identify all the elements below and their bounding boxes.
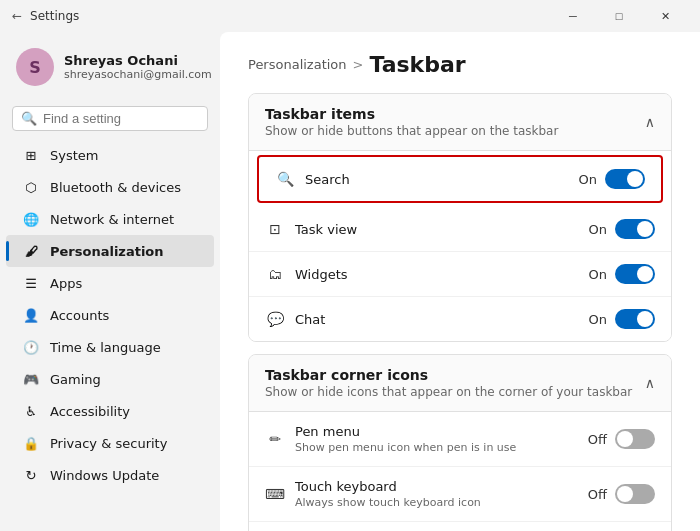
nav-icon-system: ⊞: [22, 146, 40, 164]
taskbar-items-header: Taskbar items Show or hide buttons that …: [249, 94, 671, 151]
taskbar-corner-icons-section: Taskbar corner icons Show or hide icons …: [248, 354, 672, 531]
nav-icon-personalization: 🖌: [22, 242, 40, 260]
taskbar-item-widgets: 🗂 Widgets On: [249, 252, 671, 297]
breadcrumb-parent[interactable]: Personalization: [248, 57, 347, 72]
setting-right-taskview: On: [589, 219, 655, 239]
taskbar-corner-collapse-icon[interactable]: ∧: [645, 375, 655, 391]
nav-icon-time: 🕐: [22, 338, 40, 356]
sidebar-item-apps[interactable]: ☰ Apps: [6, 267, 214, 299]
toggle-chat[interactable]: [615, 309, 655, 329]
sidebar-item-time[interactable]: 🕐 Time & language: [6, 331, 214, 363]
corner-icon-touch: ⌨: [265, 484, 285, 504]
taskbar-item-search: 🔍 Search On: [257, 155, 663, 203]
nav-label-personalization: Personalization: [50, 244, 164, 259]
corner-text-touch: Touch keyboard Always show touch keyboar…: [295, 479, 481, 509]
taskbar-item-taskview: ⊡ Task view On: [249, 207, 671, 252]
taskbar-items-collapse-icon[interactable]: ∧: [645, 114, 655, 130]
taskbar-corner-header-info: Taskbar corner icons Show or hide icons …: [265, 367, 632, 399]
sidebar-item-bluetooth[interactable]: ⬡ Bluetooth & devices: [6, 171, 214, 203]
search-box[interactable]: 🔍: [12, 106, 208, 131]
corner-desc-touch: Always show touch keyboard icon: [295, 496, 481, 509]
setting-right-widgets: On: [589, 264, 655, 284]
content-area: Personalization > Taskbar Taskbar items …: [220, 32, 700, 531]
taskbar-corner-desc: Show or hide icons that appear on the co…: [265, 385, 632, 399]
corner-item-virtual: 🖥 Virtual touchpad Always show virtual t…: [249, 522, 671, 531]
taskbar-items-title: Taskbar items: [265, 106, 558, 122]
sidebar-item-privacy[interactable]: 🔒 Privacy & security: [6, 427, 214, 459]
nav-icon-update: ↻: [22, 466, 40, 484]
sidebar-item-accounts[interactable]: 👤 Accounts: [6, 299, 214, 331]
corner-toggle-knob-touch: [617, 486, 633, 502]
taskbar-items-section: Taskbar items Show or hide buttons that …: [248, 93, 672, 342]
setting-label-search: Search: [305, 172, 350, 187]
sidebar-item-accessibility[interactable]: ♿ Accessibility: [6, 395, 214, 427]
taskbar-corner-title: Taskbar corner icons: [265, 367, 632, 383]
nav-label-network: Network & internet: [50, 212, 174, 227]
sidebar-item-system[interactable]: ⊞ System: [6, 139, 214, 171]
corner-item-pen: ✏ Pen menu Show pen menu icon when pen i…: [249, 412, 671, 467]
nav-label-bluetooth: Bluetooth & devices: [50, 180, 181, 195]
breadcrumb-current: Taskbar: [369, 52, 465, 77]
nav-icon-accounts: 👤: [22, 306, 40, 324]
user-email: shreyasochani@gmail.com: [64, 68, 212, 81]
sidebar-item-personalization[interactable]: 🖌 Personalization: [6, 235, 214, 267]
search-icon: 🔍: [21, 111, 37, 126]
corner-status-pen: Off: [588, 432, 607, 447]
corner-right-touch: Off: [588, 484, 655, 504]
back-icon[interactable]: ←: [12, 9, 22, 23]
setting-icon-widgets: 🗂: [265, 264, 285, 284]
toggle-widgets[interactable]: [615, 264, 655, 284]
maximize-button[interactable]: □: [596, 0, 642, 32]
nav-icon-privacy: 🔒: [22, 434, 40, 452]
nav-label-system: System: [50, 148, 98, 163]
setting-text-search: Search: [305, 172, 350, 187]
taskbar-item-chat: 💬 Chat On: [249, 297, 671, 341]
title-bar-controls: ─ □ ✕: [550, 0, 688, 32]
toggle-taskview[interactable]: [615, 219, 655, 239]
setting-label-widgets: Widgets: [295, 267, 348, 282]
setting-status-widgets: On: [589, 267, 607, 282]
nav-label-update: Windows Update: [50, 468, 159, 483]
nav-list: ⊞ System ⬡ Bluetooth & devices 🌐 Network…: [0, 139, 220, 491]
avatar: S: [16, 48, 54, 86]
corner-label-pen: Pen menu: [295, 424, 516, 439]
setting-right-search: On: [579, 169, 645, 189]
nav-icon-accessibility: ♿: [22, 402, 40, 420]
setting-left-chat: 💬 Chat: [265, 309, 325, 329]
taskbar-items-list: 🔍 Search On ⊡ Task view On 🗂: [249, 155, 671, 341]
nav-label-time: Time & language: [50, 340, 161, 355]
sidebar-item-gaming[interactable]: 🎮 Gaming: [6, 363, 214, 395]
corner-left-pen: ✏ Pen menu Show pen menu icon when pen i…: [265, 424, 516, 454]
corner-icon-pen: ✏: [265, 429, 285, 449]
toggle-knob-widgets: [637, 266, 653, 282]
close-button[interactable]: ✕: [642, 0, 688, 32]
search-input[interactable]: [43, 111, 211, 126]
corner-right-pen: Off: [588, 429, 655, 449]
setting-icon-chat: 💬: [265, 309, 285, 329]
taskbar-items-header-info: Taskbar items Show or hide buttons that …: [265, 106, 558, 138]
breadcrumb: Personalization > Taskbar: [248, 52, 672, 77]
corner-toggle-touch[interactable]: [615, 484, 655, 504]
setting-label-taskview: Task view: [295, 222, 357, 237]
corner-toggle-pen[interactable]: [615, 429, 655, 449]
setting-right-chat: On: [589, 309, 655, 329]
toggle-search[interactable]: [605, 169, 645, 189]
setting-text-widgets: Widgets: [295, 267, 348, 282]
corner-desc-pen: Show pen menu icon when pen is in use: [295, 441, 516, 454]
sidebar-item-network[interactable]: 🌐 Network & internet: [6, 203, 214, 235]
toggle-knob-chat: [637, 311, 653, 327]
nav-label-privacy: Privacy & security: [50, 436, 167, 451]
toggle-knob-search: [627, 171, 643, 187]
setting-status-search: On: [579, 172, 597, 187]
nav-icon-apps: ☰: [22, 274, 40, 292]
user-name: Shreyas Ochani: [64, 53, 212, 68]
corner-left-touch: ⌨ Touch keyboard Always show touch keybo…: [265, 479, 481, 509]
setting-status-taskview: On: [589, 222, 607, 237]
minimize-button[interactable]: ─: [550, 0, 596, 32]
setting-left-search: 🔍 Search: [275, 169, 350, 189]
sidebar-item-update[interactable]: ↻ Windows Update: [6, 459, 214, 491]
setting-left-taskview: ⊡ Task view: [265, 219, 357, 239]
corner-text-pen: Pen menu Show pen menu icon when pen is …: [295, 424, 516, 454]
setting-text-chat: Chat: [295, 312, 325, 327]
nav-label-gaming: Gaming: [50, 372, 101, 387]
